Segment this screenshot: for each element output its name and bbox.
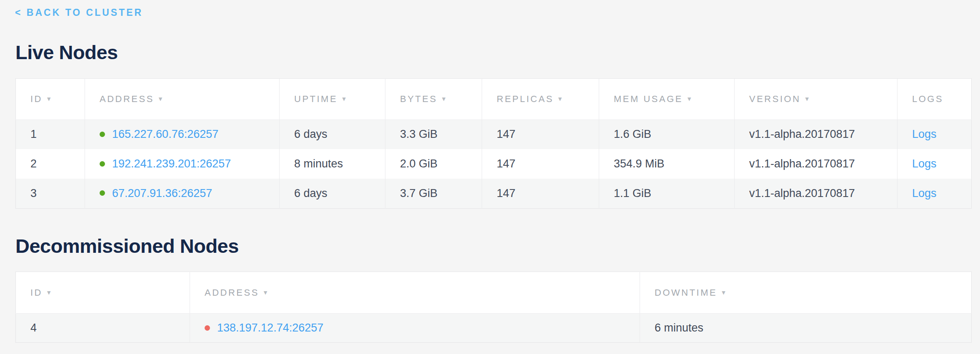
node-logs-link[interactable]: Logs <box>912 157 937 170</box>
nodes-page: < BACK TO CLUSTER Live Nodes ID▾ ADDRESS… <box>0 0 980 343</box>
node-logs-link[interactable]: Logs <box>912 128 937 140</box>
node-address-cell: 192.241.239.201:26257 <box>85 149 280 179</box>
node-mem-usage-cell: 1.6 GiB <box>599 120 735 149</box>
column-header-label: BYTES <box>400 94 438 104</box>
column-header-id[interactable]: ID▾ <box>16 272 190 314</box>
node-version-cell: v1.1-alpha.20170817 <box>735 179 898 208</box>
column-header-label: DOWNTIME <box>655 287 717 298</box>
decommissioned-nodes-table: ID▾ ADDRESS▾ DOWNTIME▾ 4 138.197.12.74:2… <box>15 272 972 343</box>
node-logs-cell: Logs <box>898 179 972 208</box>
live-table-header-row: ID▾ ADDRESS▾ UPTIME▾ BYTES▾ REPLICAS▾ ME… <box>16 78 972 120</box>
table-row: 2 192.241.239.201:26257 8 minutes 2.0 Gi… <box>16 149 972 179</box>
column-header-label: ID <box>30 94 42 104</box>
node-address-link[interactable]: 192.241.239.201:26257 <box>112 157 231 170</box>
sort-desc-icon: ▾ <box>722 288 727 297</box>
column-header-label: ADDRESS <box>205 287 259 298</box>
column-header-address[interactable]: ADDRESS▾ <box>190 272 640 314</box>
live-status-dot-icon <box>100 190 105 196</box>
sort-desc-icon: ▾ <box>342 95 347 103</box>
decommissioned-nodes-title: Decommissioned Nodes <box>15 235 980 257</box>
column-header-id[interactable]: ID▾ <box>16 78 85 120</box>
node-id-cell: 3 <box>16 179 85 208</box>
node-logs-link[interactable]: Logs <box>912 187 937 199</box>
node-downtime-cell: 6 minutes <box>640 314 972 343</box>
table-row: 4 138.197.12.74:26257 6 minutes <box>16 314 972 343</box>
node-uptime-cell: 6 days <box>280 179 385 208</box>
node-id-cell: 1 <box>16 120 85 149</box>
sort-desc-icon: ▾ <box>688 95 692 103</box>
column-header-label: ID <box>30 287 42 298</box>
column-header-label: ADDRESS <box>100 94 154 104</box>
node-replicas-cell: 147 <box>482 120 599 149</box>
table-row: 3 67.207.91.36:26257 6 days 3.7 GiB 147 … <box>16 179 972 208</box>
sort-desc-icon: ▾ <box>442 95 447 103</box>
column-header-label: MEM USAGE <box>614 94 683 104</box>
sort-desc-icon: ▾ <box>47 95 52 103</box>
node-logs-cell: Logs <box>898 120 972 149</box>
node-address-link[interactable]: 138.197.12.74:26257 <box>217 322 323 334</box>
node-replicas-cell: 147 <box>482 179 599 208</box>
node-id-cell: 4 <box>16 314 190 343</box>
decommissioned-status-dot-icon <box>205 325 210 331</box>
sort-desc-icon: ▾ <box>159 95 164 103</box>
node-logs-cell: Logs <box>898 149 972 179</box>
table-row: 1 165.227.60.76:26257 6 days 3.3 GiB 147… <box>16 120 972 149</box>
node-address-link[interactable]: 67.207.91.36:26257 <box>112 187 212 199</box>
column-header-downtime[interactable]: DOWNTIME▾ <box>640 272 972 314</box>
column-header-label: UPTIME <box>294 94 338 104</box>
node-replicas-cell: 147 <box>482 149 599 179</box>
sort-desc-icon: ▾ <box>558 95 563 103</box>
column-header-label: REPLICAS <box>497 94 554 104</box>
column-header-label: VERSION <box>749 94 801 104</box>
node-mem-usage-cell: 354.9 MiB <box>599 149 735 179</box>
live-status-dot-icon <box>100 161 105 167</box>
live-nodes-title: Live Nodes <box>15 42 980 63</box>
column-header-replicas[interactable]: REPLICAS▾ <box>482 78 599 120</box>
node-version-cell: v1.1-alpha.20170817 <box>735 120 898 149</box>
node-id-cell: 2 <box>16 149 85 179</box>
node-address-cell: 67.207.91.36:26257 <box>85 179 280 208</box>
node-version-cell: v1.1-alpha.20170817 <box>735 149 898 179</box>
node-uptime-cell: 8 minutes <box>280 149 385 179</box>
decommissioned-table-header-row: ID▾ ADDRESS▾ DOWNTIME▾ <box>16 272 972 314</box>
column-header-version[interactable]: VERSION▾ <box>735 78 898 120</box>
node-address-cell: 138.197.12.74:26257 <box>190 314 640 343</box>
column-header-label: LOGS <box>912 94 943 104</box>
sort-desc-icon: ▾ <box>264 288 269 297</box>
node-bytes-cell: 2.0 GiB <box>385 149 482 179</box>
column-header-bytes[interactable]: BYTES▾ <box>385 78 482 120</box>
node-uptime-cell: 6 days <box>280 120 385 149</box>
node-mem-usage-cell: 1.1 GiB <box>599 179 735 208</box>
node-address-link[interactable]: 165.227.60.76:26257 <box>112 128 218 140</box>
back-to-cluster-link[interactable]: < BACK TO CLUSTER <box>15 7 143 18</box>
column-header-mem-usage[interactable]: MEM USAGE▾ <box>599 78 735 120</box>
column-header-logs: LOGS <box>898 78 972 120</box>
node-address-cell: 165.227.60.76:26257 <box>85 120 280 149</box>
column-header-address[interactable]: ADDRESS▾ <box>85 78 280 120</box>
live-status-dot-icon <box>100 132 105 137</box>
sort-desc-icon: ▾ <box>47 288 52 297</box>
column-header-uptime[interactable]: UPTIME▾ <box>280 78 385 120</box>
sort-desc-icon: ▾ <box>805 95 810 103</box>
node-bytes-cell: 3.3 GiB <box>385 120 482 149</box>
node-bytes-cell: 3.7 GiB <box>385 179 482 208</box>
live-nodes-table: ID▾ ADDRESS▾ UPTIME▾ BYTES▾ REPLICAS▾ ME… <box>15 78 972 209</box>
